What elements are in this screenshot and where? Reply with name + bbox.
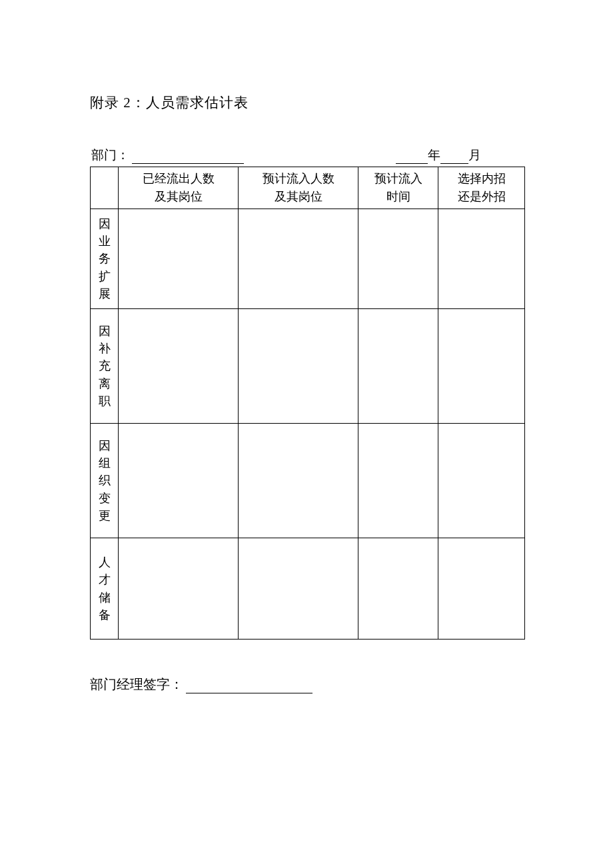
cell-r1-c2[interactable] bbox=[239, 209, 358, 309]
cell-r1-c1[interactable] bbox=[119, 209, 239, 309]
cell-r2-c3[interactable] bbox=[358, 309, 438, 424]
cell-r4-c3[interactable] bbox=[358, 538, 438, 640]
document-title: 附录 2：人员需求估计表 bbox=[90, 93, 526, 112]
row-label-1: 因业务扩展 bbox=[91, 209, 119, 309]
cell-r3-c2[interactable] bbox=[239, 424, 358, 538]
header-col-1: 已经流出人数 及其岗位 bbox=[119, 167, 239, 209]
signature-label: 部门经理签字： bbox=[90, 675, 183, 693]
month-blank[interactable] bbox=[440, 152, 468, 164]
header-line: 部门： 年 月 bbox=[90, 147, 526, 164]
header-col-4-line2: 还是外招 bbox=[458, 190, 506, 203]
row-label-4-text: 人才储备 bbox=[99, 554, 111, 623]
header-col-2: 预计流入人数 及其岗位 bbox=[239, 167, 358, 209]
row-label-3: 因组织变更 bbox=[91, 424, 119, 538]
row-label-1-text: 因业务扩展 bbox=[99, 215, 111, 302]
header-col-3-line1: 预计流入 bbox=[374, 172, 422, 185]
estimate-table: 已经流出人数 及其岗位 预计流入人数 及其岗位 预计流入 时间 选择内招 还是外… bbox=[90, 167, 525, 640]
header-blank-cell bbox=[91, 167, 119, 209]
department-blank[interactable] bbox=[132, 152, 244, 164]
header-col-2-line1: 预计流入人数 bbox=[263, 172, 334, 185]
cell-r3-c1[interactable] bbox=[119, 424, 239, 538]
cell-r1-c4[interactable] bbox=[438, 209, 525, 309]
year-blank[interactable] bbox=[396, 152, 428, 164]
signature-blank[interactable] bbox=[186, 681, 312, 693]
date-section: 年 月 bbox=[396, 147, 525, 164]
header-col-1-line1: 已经流出人数 bbox=[143, 172, 215, 185]
header-col-4-line1: 选择内招 bbox=[458, 172, 506, 185]
cell-r2-c1[interactable] bbox=[119, 309, 239, 424]
cell-r3-c4[interactable] bbox=[438, 424, 525, 538]
header-col-2-line2: 及其岗位 bbox=[275, 190, 322, 203]
cell-r2-c2[interactable] bbox=[239, 309, 358, 424]
table-row: 因组织变更 bbox=[91, 424, 525, 538]
table-header-row: 已经流出人数 及其岗位 预计流入人数 及其岗位 预计流入 时间 选择内招 还是外… bbox=[91, 167, 525, 209]
table-row: 因业务扩展 bbox=[91, 209, 525, 309]
cell-r4-c2[interactable] bbox=[239, 538, 358, 640]
cell-r1-c3[interactable] bbox=[358, 209, 438, 309]
year-label: 年 bbox=[428, 147, 440, 164]
row-label-3-text: 因组织变更 bbox=[99, 437, 111, 524]
row-label-2: 因补充离职 bbox=[91, 309, 119, 424]
header-col-3: 预计流入 时间 bbox=[358, 167, 438, 209]
cell-r4-c1[interactable] bbox=[119, 538, 239, 640]
row-label-4: 人才储备 bbox=[91, 538, 119, 640]
table-row: 人才储备 bbox=[91, 538, 525, 640]
row-label-2-text: 因补充离职 bbox=[99, 322, 111, 409]
department-label: 部门： bbox=[91, 147, 129, 164]
cell-r4-c4[interactable] bbox=[438, 538, 525, 640]
cell-r2-c4[interactable] bbox=[438, 309, 525, 424]
table-row: 因补充离职 bbox=[91, 309, 525, 424]
header-col-3-line2: 时间 bbox=[386, 190, 410, 203]
department-section: 部门： bbox=[91, 147, 244, 164]
month-label: 月 bbox=[468, 147, 481, 164]
signature-line: 部门经理签字： bbox=[90, 675, 526, 693]
header-col-1-line2: 及其岗位 bbox=[155, 190, 203, 203]
header-col-4: 选择内招 还是外招 bbox=[438, 167, 525, 209]
cell-r3-c3[interactable] bbox=[358, 424, 438, 538]
